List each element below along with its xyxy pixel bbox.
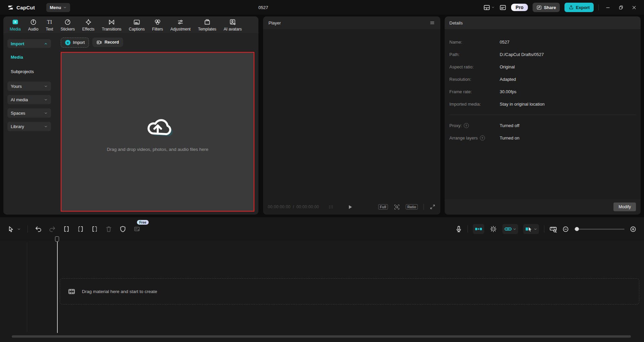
import-button[interactable]: + Import [61,38,89,48]
timeline-area[interactable]: Drag material here and start to create [0,241,644,342]
sidebar-item-import[interactable]: Import [7,39,51,48]
smart-script-button[interactable]: Free [133,225,141,233]
record-button[interactable]: Record [92,38,123,47]
timeline-zoom-slider[interactable] [574,229,625,230]
tab-media[interactable]: Media [6,18,24,32]
free-badge: Free [137,220,149,225]
voiceover-button[interactable] [455,225,462,233]
time-separator: / [293,205,294,209]
adjustment-icon [177,18,184,25]
fullscreen-button[interactable] [430,204,436,210]
help-icon[interactable]: ? [480,135,485,140]
detail-label: Frame rate: [449,89,500,94]
sidebar-item-subprojects[interactable]: Subprojects [7,68,51,75]
transitions-icon [108,18,115,25]
sidebar-item-library[interactable]: Library [7,122,51,131]
delete-right-button[interactable] [91,225,98,233]
play-button[interactable] [347,204,353,210]
sidebar-item-spaces[interactable]: Spaces [7,108,51,118]
player-menu-icon[interactable] [430,20,435,25]
tab-audio[interactable]: Audio [24,18,42,32]
player-viewport[interactable] [263,29,440,199]
app-logo: CapCut [7,4,35,11]
select-tool-button[interactable] [7,226,21,233]
minimize-button[interactable] [605,5,610,10]
delete-button[interactable] [105,225,112,233]
ratio-button[interactable]: Ratio [406,204,418,210]
close-button[interactable] [632,5,637,10]
chevron-up-icon [44,42,48,46]
import-dropzone[interactable]: Drag and drop videos, photos, and audio … [61,52,254,212]
preview-zoom-button[interactable] [394,204,400,210]
undo-button[interactable] [35,225,42,233]
media-sidebar: Import Media Subprojects Yours AI media [3,33,53,215]
pro-badge[interactable]: Pro [511,4,528,11]
select-block-icon [525,226,533,232]
zoom-out-button[interactable] [562,226,569,233]
details-panel: Details Name: 0527 Path: D:/CapCut Draft… [445,16,641,215]
help-icon[interactable]: ? [464,123,469,128]
main-track-magnet-toggle[interactable] [489,225,497,233]
slider-handle[interactable] [575,227,579,231]
sidebar-item-ai-media[interactable]: AI media [7,95,51,104]
panel-layout-button[interactable] [499,4,506,11]
tab-label: Audio [28,27,39,32]
detail-value: 0527 [500,40,509,45]
chevron-down-icon [44,111,48,115]
redo-button[interactable] [49,225,56,233]
tab-effects[interactable]: Effects [79,18,98,32]
svg-text:TI: TI [47,19,52,24]
layout-switch-button[interactable] [483,4,495,11]
tab-label: Media [10,27,21,32]
timeline-dropzone[interactable]: Drag material here and start to create [60,278,639,304]
share-button[interactable]: Share [533,3,560,12]
auto-snap-toggle[interactable] [473,224,484,234]
media-content: + Import Record [53,33,258,215]
tab-captions[interactable]: Captions [125,18,148,32]
share-label: Share [544,5,556,10]
full-quality-button[interactable]: Full [378,204,388,210]
capcut-logo-icon [7,4,14,11]
menu-button[interactable]: Menu [46,3,70,12]
playhead-handle[interactable] [55,236,59,242]
app-name: CapCut [16,5,35,10]
detail-value: Adapted [500,77,516,82]
sidebar-item-label: Yours [11,84,22,89]
mask-button[interactable] [119,225,127,233]
preview-select-toggle[interactable] [523,224,539,234]
restore-button[interactable] [618,5,624,10]
menu-label: Menu [50,5,61,10]
zoom-in-button[interactable] [630,226,637,233]
delete-left-button[interactable] [77,225,84,233]
text-delete-icon [133,225,141,233]
modify-button[interactable]: Modify [613,203,636,211]
split-button[interactable] [63,225,70,233]
tab-stickers[interactable]: Stickers [57,18,79,32]
zoom-to-fit-button[interactable] [549,225,557,233]
tab-adjustment[interactable]: Adjustment [167,18,194,32]
tab-transitions[interactable]: Transitions [98,18,125,32]
tab-label: Text [46,27,53,32]
timeline-empty-hint: Drag material here and start to create [82,289,157,294]
export-icon [568,5,574,10]
tab-label: Filters [152,27,163,32]
export-button[interactable]: Export [564,3,594,12]
detail-value: Turned off [500,123,519,128]
tab-templates[interactable]: Templates [194,18,220,32]
tab-filters[interactable]: Filters [148,18,167,32]
horizontal-scrollbar[interactable] [12,335,631,338]
detail-value: 30.00fps [500,89,516,94]
linking-toggle[interactable] [502,224,518,234]
record-camera-icon [96,40,102,45]
tab-ai-avatars[interactable]: AI avatars [220,18,246,32]
snap-clips-icon [475,226,483,232]
ai-avatars-icon [229,18,236,25]
divider [28,225,28,233]
audio-icon [30,18,37,25]
chevron-down-icon [44,98,48,102]
sidebar-item-media[interactable]: Media [7,53,51,61]
sidebar-item-yours[interactable]: Yours [7,81,51,91]
tab-text[interactable]: TI Text [42,18,57,32]
sidebar-item-label: Import [11,41,24,46]
magnet-icon [489,225,497,233]
